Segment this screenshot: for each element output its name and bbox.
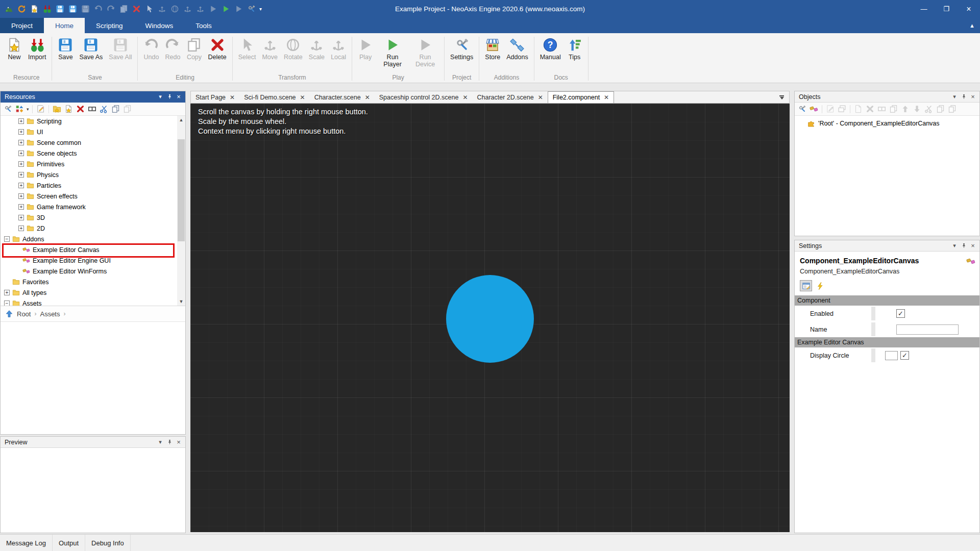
doc-tab-character-2d[interactable]: Character 2D.scene✕ <box>472 91 547 103</box>
plugin-icon[interactable] <box>809 104 819 114</box>
tools-icon[interactable] <box>247 4 256 14</box>
maximize-button[interactable]: ❐ <box>935 0 958 18</box>
run-player-icon[interactable] <box>221 4 231 14</box>
properties-tab-button[interactable] <box>800 280 812 291</box>
expander-icon[interactable] <box>18 129 24 135</box>
tree-item[interactable]: Physics <box>1 169 185 180</box>
store-button[interactable]: Store <box>482 35 503 61</box>
copy-icon[interactable] <box>111 104 120 114</box>
statusbar-message-log[interactable]: Message Log <box>0 535 53 551</box>
delete-button[interactable]: Delete <box>205 35 229 61</box>
pin-icon[interactable] <box>165 438 174 447</box>
expander-icon[interactable] <box>18 151 24 156</box>
tools-icon[interactable] <box>797 104 807 114</box>
expander-icon[interactable] <box>18 204 24 210</box>
expander-icon[interactable] <box>18 193 24 199</box>
expander-icon[interactable] <box>18 226 24 231</box>
tab-scripting[interactable]: Scripting <box>85 18 134 33</box>
tab-tools[interactable]: Tools <box>184 18 223 33</box>
tree-item-assets[interactable]: Assets <box>1 298 185 306</box>
close-tab-icon[interactable]: ✕ <box>538 94 543 101</box>
tab-list-dropdown-icon[interactable] <box>779 91 789 103</box>
doc-tab-character[interactable]: Character.scene✕ <box>310 91 375 103</box>
statusbar-debug-info[interactable]: Debug Info <box>85 535 131 551</box>
import-icon[interactable] <box>42 4 52 14</box>
tree-item[interactable]: Game framework <box>1 202 185 212</box>
close-tab-icon[interactable]: ✕ <box>462 94 468 101</box>
tree-item[interactable]: Screen effects <box>1 191 185 202</box>
tree-item-addons[interactable]: Addons <box>1 234 185 244</box>
tree-item-all-types[interactable]: All types <box>1 287 185 298</box>
close-button[interactable]: × <box>958 0 980 18</box>
minimize-button[interactable]: — <box>913 0 935 18</box>
collapse-ribbon-chevron-icon[interactable]: ▲ <box>969 18 975 33</box>
close-icon[interactable]: × <box>968 241 977 251</box>
up-level-icon[interactable] <box>5 310 13 318</box>
new-button[interactable]: New <box>4 35 25 61</box>
run-player-button[interactable]: Run Player <box>376 35 409 68</box>
settings-panel-header[interactable]: Settings ▾ × <box>795 240 979 252</box>
tree-item[interactable]: Scripting <box>1 116 185 127</box>
tab-windows[interactable]: Windows <box>134 18 185 33</box>
tree-item[interactable]: 3D <box>1 212 185 223</box>
close-icon[interactable]: × <box>968 92 977 102</box>
tree-item-example-editor-winforms[interactable]: Example Editor WinForms <box>1 266 185 277</box>
expander-icon[interactable] <box>4 300 10 306</box>
expander-icon[interactable] <box>18 161 24 167</box>
tree-scrollbar[interactable]: ▲ ▼ <box>177 116 185 306</box>
settings-button[interactable]: Settings <box>447 35 476 61</box>
expander-icon[interactable] <box>18 118 24 124</box>
panel-menu-dropdown-icon[interactable]: ▾ <box>156 438 165 447</box>
save-icon[interactable] <box>55 4 65 14</box>
addons-button[interactable]: Addons <box>503 35 531 61</box>
delete-icon[interactable] <box>132 4 141 14</box>
resources-file-list[interactable] <box>1 322 185 434</box>
expander-icon[interactable] <box>18 172 24 178</box>
chevron-down-icon[interactable]: ▾ <box>27 107 29 112</box>
tab-home[interactable]: Home <box>44 18 85 33</box>
new-folder-icon[interactable] <box>52 104 62 114</box>
pin-icon[interactable] <box>165 92 174 102</box>
doc-tab-start-page[interactable]: Start Page✕ <box>191 91 239 103</box>
events-tab-button[interactable] <box>814 280 826 291</box>
doc-tab-scifi-demo[interactable]: Sci-fi Demo.scene✕ <box>239 91 310 103</box>
expander-icon[interactable] <box>18 183 24 188</box>
panel-menu-dropdown-icon[interactable]: ▾ <box>156 92 165 102</box>
doc-tab-spaceship-control-2d[interactable]: Spaceship control 2D.scene✕ <box>375 91 473 103</box>
tree-item[interactable]: Scene objects <box>1 148 185 159</box>
save-as-icon[interactable] <box>68 4 78 14</box>
resources-panel-header[interactable]: Resources ▾ × <box>1 91 185 103</box>
panel-menu-dropdown-icon[interactable]: ▾ <box>950 92 959 102</box>
new-file-icon[interactable] <box>30 4 39 14</box>
display-circle-swatch[interactable] <box>885 351 898 360</box>
breadcrumb-current[interactable]: Assets <box>40 310 60 318</box>
scroll-thumb[interactable] <box>178 139 185 241</box>
objects-panel-header[interactable]: Objects ▾ × <box>795 91 979 103</box>
name-field[interactable] <box>896 324 959 335</box>
tree-item[interactable]: Scene common <box>1 137 185 148</box>
save-as-button[interactable]: Save As <box>76 35 106 61</box>
pin-icon[interactable] <box>959 241 968 251</box>
manual-button[interactable]: Manual <box>537 35 564 61</box>
import-button[interactable]: Import <box>25 35 49 61</box>
close-tab-icon[interactable]: ✕ <box>230 94 235 101</box>
panel-menu-dropdown-icon[interactable]: ▾ <box>950 241 959 251</box>
tools-icon[interactable] <box>3 104 13 114</box>
pin-icon[interactable] <box>959 92 968 102</box>
close-tab-icon[interactable]: ✕ <box>604 94 609 101</box>
tab-project[interactable]: Project <box>0 18 44 33</box>
edit-icon[interactable] <box>36 104 45 114</box>
rename-icon[interactable] <box>87 104 97 114</box>
tree-item[interactable]: 2D <box>1 223 185 234</box>
cut-icon[interactable] <box>99 104 109 114</box>
tree-item[interactable]: Primitives <box>1 159 185 169</box>
scroll-down-icon[interactable]: ▼ <box>177 297 185 306</box>
tree-item-favorites[interactable]: Favorites <box>1 277 185 287</box>
quickbar-more-dropdown-icon[interactable]: ▾ <box>259 4 262 14</box>
close-icon[interactable]: × <box>174 92 183 102</box>
filter-shapes-icon[interactable] <box>15 104 24 114</box>
enabled-checkbox[interactable] <box>896 309 905 318</box>
tree-item[interactable]: UI <box>1 127 185 137</box>
close-tab-icon[interactable]: ✕ <box>300 94 305 101</box>
display-circle-checkbox[interactable] <box>900 351 909 360</box>
